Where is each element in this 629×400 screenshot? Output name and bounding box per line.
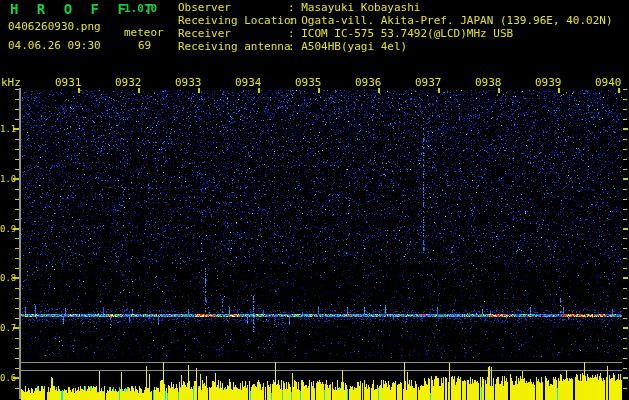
time-tick-label: 0931 bbox=[55, 77, 83, 89]
freq-tick-label: 1.0 bbox=[0, 174, 13, 184]
time-tick-label: 0932 bbox=[115, 77, 143, 89]
mode-label: meteor bbox=[124, 27, 164, 39]
info-row-antenna: Receiving antenna: A504HB(yagi 4el) bbox=[178, 41, 407, 53]
app-version: 1.0.0 bbox=[124, 3, 157, 15]
info-row-observer: Observer: Masayuki Kobayashi bbox=[178, 2, 420, 14]
freq-unit-label: kHz bbox=[1, 77, 21, 89]
time-tick-label: 0936 bbox=[355, 77, 383, 89]
info-label: Observer bbox=[178, 2, 288, 14]
info-label: Receiving antenna bbox=[178, 41, 288, 53]
freq-tick-label: 0.8 bbox=[0, 273, 13, 283]
freq-tick-label: 0.6 bbox=[0, 373, 13, 383]
info-separator: : bbox=[288, 28, 301, 40]
info-label: Receiving Location bbox=[178, 15, 288, 27]
freq-tick-label: 1.1 bbox=[0, 124, 13, 134]
datetime-label: 04.06.26 09:30 bbox=[8, 40, 101, 52]
time-tick-label: 0934 bbox=[235, 77, 263, 89]
info-value: Masayuki Kobayashi bbox=[301, 2, 420, 14]
time-tick-label: 0933 bbox=[175, 77, 203, 89]
filename-label: 0406260930.png bbox=[8, 21, 101, 33]
info-value: Ogata-vill. Akita-Pref. JAPAN (139.96E, … bbox=[301, 15, 612, 27]
info-value: A504HB(yagi 4el) bbox=[301, 41, 407, 53]
time-tick-label: 0938 bbox=[475, 77, 503, 89]
info-value: ICOM IC-575 53.7492(@LCD)MHz USB bbox=[301, 28, 513, 40]
freq-tick-label: 0.9 bbox=[0, 224, 13, 234]
echo-count: 69 bbox=[138, 40, 151, 52]
info-separator: : bbox=[288, 2, 301, 14]
hrofft-window: H R O F F T 1.0.0 0406260930.png meteor … bbox=[0, 0, 629, 400]
info-label: Receiver bbox=[178, 28, 288, 40]
info-row-receiver: Receiver: ICOM IC-575 53.7492(@LCD)MHz U… bbox=[178, 28, 513, 40]
spectrogram-canvas bbox=[0, 0, 629, 400]
freq-tick-label: 0.7 bbox=[0, 323, 13, 333]
info-separator: : bbox=[288, 15, 301, 27]
time-tick-label: 0937 bbox=[415, 77, 443, 89]
time-tick-label: 0940 bbox=[595, 77, 623, 89]
info-separator: : bbox=[288, 41, 301, 53]
time-tick-label: 0939 bbox=[535, 77, 563, 89]
info-row-location: Receiving Location: Ogata-vill. Akita-Pr… bbox=[178, 15, 613, 27]
time-tick-label: 0935 bbox=[295, 77, 323, 89]
